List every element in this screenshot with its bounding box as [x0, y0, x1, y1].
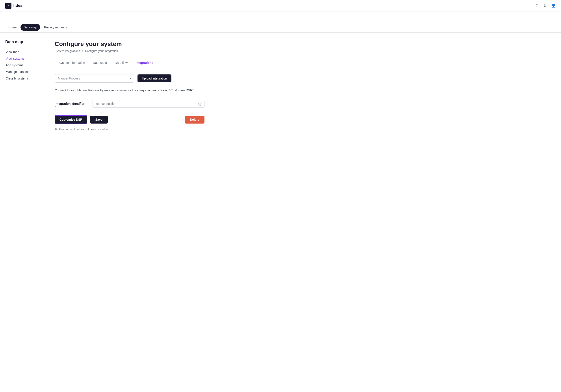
- required-star: *: [55, 106, 56, 109]
- integration-dropdown[interactable]: Manual Process: [55, 74, 134, 83]
- tab-data-uses[interactable]: Data uses: [89, 59, 111, 67]
- tab-data-flow[interactable]: Data flow: [111, 59, 131, 67]
- topnav-icons: ? ⚙ 👤: [535, 3, 556, 8]
- nav-datamap[interactable]: Data map: [21, 24, 40, 31]
- integration-identifier-input-wrapper: ?: [93, 100, 205, 108]
- user-icon[interactable]: 👤: [551, 3, 556, 8]
- sidebar-item-add-systems[interactable]: Add systems: [3, 62, 40, 68]
- connection-status-row: This connection has not been tested yet: [55, 127, 205, 131]
- sidebar-item-view-map[interactable]: View map: [3, 49, 40, 55]
- sidebar-item-manage-datasets[interactable]: Manage datasets: [3, 68, 40, 75]
- help-tooltip-icon[interactable]: ?: [198, 102, 202, 106]
- breadcrumb-sep: /: [82, 49, 83, 53]
- sidebar-item-classify-systems[interactable]: Classify systems: [3, 75, 40, 82]
- integration-identifier-row: Integration Identifier * ?: [55, 100, 205, 109]
- settings-icon[interactable]: ⚙: [543, 3, 547, 8]
- upload-integration-button[interactable]: Upload integration: [138, 74, 172, 82]
- page-title: Configure your system: [55, 41, 550, 48]
- sidebar: Data map View map View systems Add syste…: [0, 32, 44, 392]
- integration-identifier-label: Integration Identifier *: [55, 100, 86, 109]
- breadcrumb-part1: System Integrations: [55, 49, 80, 53]
- breadcrumb: System Integrations / Configure your int…: [55, 49, 550, 53]
- sidebar-title: Data map: [3, 40, 40, 44]
- tab-bar: System information Data uses Data flow I…: [55, 59, 550, 67]
- main-content: Configure your system System Integration…: [44, 32, 561, 392]
- page-layout: Data map View map View systems Add syste…: [0, 32, 561, 392]
- sidebar-item-view-systems[interactable]: View systems: [3, 55, 40, 62]
- nav-home[interactable]: Home: [5, 24, 20, 31]
- integration-identifier-input[interactable]: [93, 100, 205, 108]
- tab-system-information[interactable]: System information: [55, 59, 89, 67]
- connection-status-text: This connection has not been tested yet: [59, 127, 109, 131]
- delete-button[interactable]: Delete: [185, 116, 205, 124]
- help-icon[interactable]: ?: [535, 3, 539, 8]
- logo-area: ▪ fides: [5, 3, 22, 9]
- tab-integrations[interactable]: Integrations: [131, 59, 157, 67]
- customize-dsr-button[interactable]: Customize DSR: [55, 115, 87, 124]
- logo-icon: ▪: [5, 3, 11, 9]
- integrations-content: Manual Process ▾ Upload integration Conn…: [55, 74, 205, 131]
- action-buttons-row: Customize DSR Save Delete: [55, 115, 205, 124]
- breadcrumb-part2: Configure your integration: [85, 49, 118, 53]
- connection-status-dot: [55, 128, 57, 130]
- second-navigation: [0, 11, 561, 22]
- logo-text: fides: [13, 3, 22, 8]
- integration-description: Connect to your Manual Process by enteri…: [55, 88, 205, 93]
- integration-select-row: Manual Process ▾ Upload integration: [55, 74, 205, 83]
- nav-privacy-requests[interactable]: Privacy requests: [41, 24, 70, 31]
- integration-dropdown-wrapper: Manual Process ▾: [55, 74, 134, 83]
- save-button[interactable]: Save: [90, 116, 108, 124]
- top-navigation: ▪ fides ? ⚙ 👤: [0, 0, 561, 11]
